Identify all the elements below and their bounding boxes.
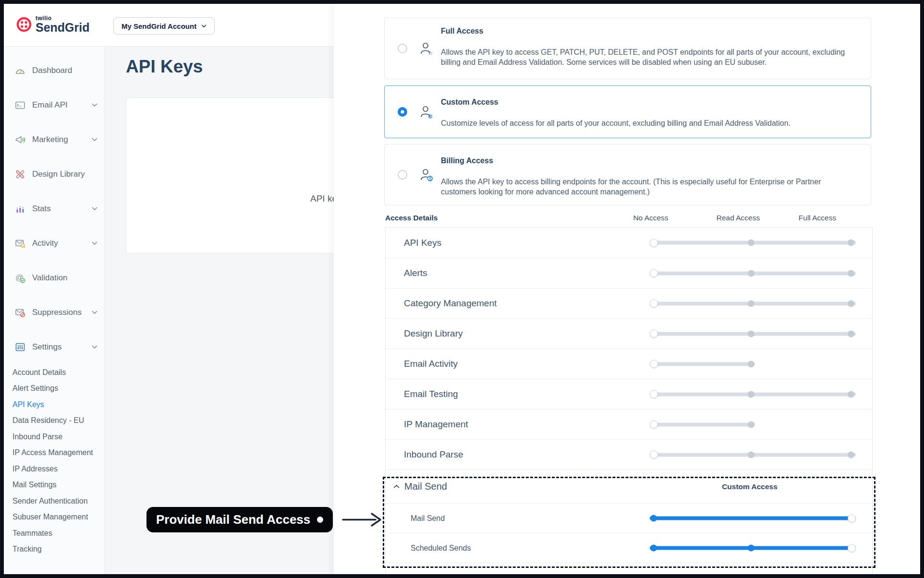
create-api-key-panel: ☆ Full Access Allows the API key to acce… xyxy=(334,4,924,574)
access-details-table: API KeysAlertsCategory ManagementDesign … xyxy=(385,227,873,574)
sidebar-item-activity[interactable]: Activity xyxy=(4,226,104,261)
chevron-down-icon xyxy=(201,24,207,28)
access-level-slider[interactable] xyxy=(650,300,856,308)
api-keys-card-text: API ke xyxy=(310,193,337,204)
radio-billing-access[interactable] xyxy=(398,170,407,180)
access-row-design-library: Design Library xyxy=(386,318,872,349)
custom-access-badge: Custom Access xyxy=(722,482,778,491)
access-level-slider[interactable] xyxy=(650,330,856,338)
slider-stop-dot xyxy=(848,391,854,397)
slider-handle[interactable] xyxy=(650,300,658,308)
svg-text:$: $ xyxy=(429,176,432,181)
slider-handle[interactable] xyxy=(650,360,658,368)
slider-track xyxy=(650,422,755,426)
sidebar-item-design-library[interactable]: Design Library xyxy=(4,157,104,192)
radio-custom-access[interactable] xyxy=(398,107,407,117)
access-level-slider[interactable] xyxy=(650,390,856,398)
page-title: API Keys xyxy=(126,57,203,77)
slider-handle[interactable] xyxy=(848,544,856,552)
sidebar-item-settings[interactable]: Settings xyxy=(4,330,104,364)
option-title: Billing Access xyxy=(441,157,858,165)
option-card-full-access[interactable]: ☆ Full Access Allows the API key to acce… xyxy=(384,18,871,79)
slider-stop-dot xyxy=(748,270,754,277)
option-card-custom-access[interactable]: ⚙ Custom Access Customize levels of acce… xyxy=(384,85,871,138)
sidebar-subitem-subuser-management[interactable]: Subuser Management xyxy=(4,509,104,526)
option-title: Custom Access xyxy=(441,98,858,107)
sidebar-subitem-api-keys[interactable]: API Keys xyxy=(4,397,104,413)
slider-handle[interactable] xyxy=(650,421,658,429)
sidebar-item-dashboard[interactable]: Dashboard xyxy=(4,53,104,88)
access-row-label: IP Management xyxy=(386,419,468,430)
slider-handle[interactable] xyxy=(650,269,658,277)
slider-handle[interactable] xyxy=(650,451,658,459)
slider-stop-dot xyxy=(748,240,754,246)
slider-stop-dot xyxy=(748,451,754,458)
settings-icon xyxy=(14,341,26,353)
access-section-mail-send[interactable]: Mail SendCustom Access xyxy=(386,470,872,503)
slider-stop-dot xyxy=(848,330,854,337)
access-row-inbound-parse: Inbound Parse xyxy=(386,439,872,470)
sidebar-item-validation[interactable]: @ Validation xyxy=(4,261,104,295)
sidebar-subitem-data-residency-eu[interactable]: Data Residency - EU xyxy=(4,413,104,429)
stats-icon xyxy=(14,203,26,215)
access-row-api-keys: API Keys xyxy=(386,228,872,258)
sidebar-item-email-api[interactable]: Email API xyxy=(4,88,104,122)
slider-stop-dot xyxy=(748,330,754,337)
sidebar-subitem-account-details[interactable]: Account Details xyxy=(4,364,104,381)
marketing-icon xyxy=(14,134,26,145)
twilio-ring-icon xyxy=(16,17,32,32)
access-level-slider[interactable] xyxy=(650,544,856,552)
sidebar-subitem-alert-settings[interactable]: Alert Settings xyxy=(4,381,104,397)
account-switcher-button[interactable]: My SendGrid Account xyxy=(113,17,215,35)
sidebar-nav: Dashboard Email API Marketing Design Lib… xyxy=(4,47,104,364)
screenshot-frame: twilio SendGrid My SendGrid Account Dash… xyxy=(0,0,924,578)
slider-track xyxy=(650,362,755,366)
sidebar-item-suppressions[interactable]: Suppressions xyxy=(4,295,104,330)
sidebar-subnav: Account DetailsAlert SettingsAPI KeysDat… xyxy=(4,364,104,557)
access-row-label: Inbound Parse xyxy=(386,449,463,460)
sidebar-subitem-sender-authentication[interactable]: Sender Authentication xyxy=(4,493,104,509)
sidebar-subitem-ip-addresses[interactable]: IP Addresses xyxy=(4,461,104,477)
access-row-label: API Keys xyxy=(386,238,441,248)
sendgrid-logo: twilio SendGrid xyxy=(16,15,90,34)
slider-handle[interactable] xyxy=(650,390,658,398)
activity-icon xyxy=(14,238,26,249)
access-level-slider[interactable] xyxy=(650,239,856,247)
slider-stop-dot xyxy=(748,361,754,367)
sidebar-subitem-tracking[interactable]: Tracking xyxy=(4,542,104,558)
access-level-slider[interactable] xyxy=(650,451,856,459)
access-row-email-testing: Email Testing xyxy=(386,379,872,409)
access-subrow-mail-send: Mail Send xyxy=(386,503,872,533)
slider-stop-dot xyxy=(848,300,854,307)
slider-handle[interactable] xyxy=(848,514,856,522)
sidebar: Dashboard Email API Marketing Design Lib… xyxy=(4,47,105,574)
access-row-ip-management: IP Management xyxy=(386,409,872,439)
access-level-slider[interactable] xyxy=(650,514,856,522)
chevron-down-icon xyxy=(92,345,97,349)
option-card-billing-access[interactable]: $ Billing Access Allows the API key to a… xyxy=(384,144,871,205)
slider-handle[interactable] xyxy=(650,330,658,338)
sidebar-subitem-teammates[interactable]: Teammates xyxy=(4,525,104,542)
dashboard-icon xyxy=(14,65,26,76)
sidebar-item-label: Settings xyxy=(32,342,61,352)
sidebar-subitem-mail-settings[interactable]: Mail Settings xyxy=(4,477,104,494)
radio-full-access[interactable] xyxy=(398,44,407,53)
access-row-alerts: Alerts xyxy=(386,258,872,288)
person-star-icon: ☆ xyxy=(419,41,434,56)
sidebar-item-marketing[interactable]: Marketing xyxy=(4,122,104,157)
sidebar-item-label: Design Library xyxy=(32,169,85,179)
sidebar-item-stats[interactable]: Stats xyxy=(4,192,104,226)
access-section-mail-settings[interactable]: Mail Settings xyxy=(386,563,872,574)
access-level-slider[interactable] xyxy=(650,421,856,429)
access-level-slider[interactable] xyxy=(650,360,856,368)
access-section-label: Mail Send xyxy=(404,481,447,492)
access-level-slider[interactable] xyxy=(650,269,856,277)
annotation-dot xyxy=(317,517,323,523)
slider-stop-dot xyxy=(848,240,854,246)
access-row-label: Category Management xyxy=(386,298,497,309)
person-gear-icon: ⚙ xyxy=(419,105,434,119)
sidebar-item-label: Dashboard xyxy=(32,66,72,75)
slider-handle[interactable] xyxy=(650,239,658,247)
sidebar-subitem-inbound-parse[interactable]: Inbound Parse xyxy=(4,429,104,445)
sidebar-subitem-ip-access-management[interactable]: IP Access Management xyxy=(4,445,104,461)
